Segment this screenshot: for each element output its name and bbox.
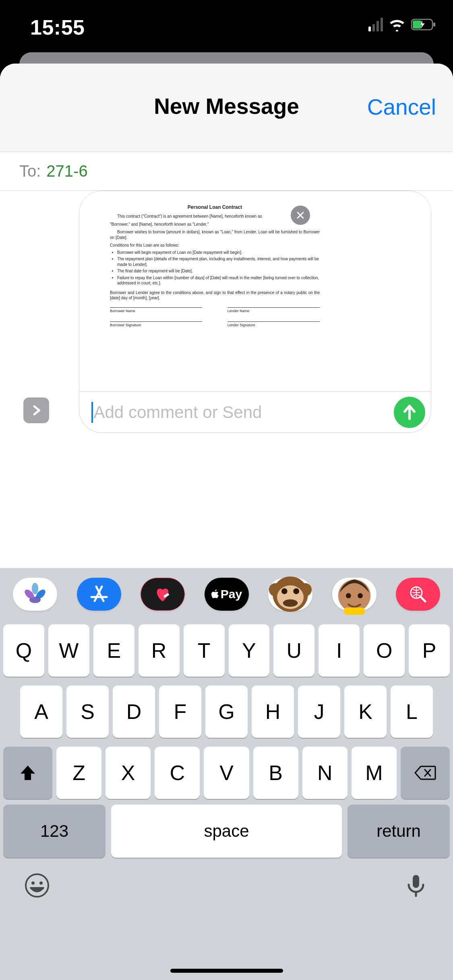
- key-l[interactable]: L: [391, 686, 433, 738]
- key-b[interactable]: B: [253, 747, 298, 799]
- doc-title: Personal Loan Contract: [110, 204, 320, 210]
- fitness-app-button[interactable]: [141, 578, 185, 611]
- microphone-icon: [403, 873, 429, 898]
- cellular-signal-icon: [368, 18, 383, 31]
- backspace-key[interactable]: [401, 747, 450, 799]
- heart-icon: [153, 585, 172, 604]
- doc-bullets: Borrower will begin repayment of Loan on…: [110, 250, 320, 286]
- svg-point-24: [26, 874, 48, 897]
- key-v[interactable]: V: [204, 747, 249, 799]
- chevron-right-icon: [30, 404, 42, 417]
- return-key[interactable]: return: [348, 805, 450, 858]
- emoji-button[interactable]: [24, 873, 50, 900]
- key-s[interactable]: S: [66, 686, 109, 738]
- to-value: 271-6: [46, 162, 87, 180]
- key-o[interactable]: O: [364, 624, 405, 677]
- app-store-icon: [88, 583, 110, 605]
- svg-point-25: [31, 881, 35, 885]
- svg-point-18: [283, 599, 298, 607]
- text-cursor: [91, 402, 93, 423]
- to-field[interactable]: To: 271-6: [0, 152, 453, 191]
- person-memoji-icon: [332, 572, 376, 616]
- key-i[interactable]: I: [319, 624, 360, 677]
- emoji-icon: [24, 873, 50, 898]
- app-strip: Pay: [0, 568, 453, 620]
- shift-icon: [19, 765, 37, 781]
- svg-rect-22: [344, 607, 364, 615]
- svg-rect-1: [433, 23, 435, 27]
- search-app-button[interactable]: [396, 578, 440, 611]
- keyboard-row-1: Q W E R T Y U I O P: [3, 624, 450, 677]
- arrow-up-icon: [402, 404, 417, 420]
- key-a[interactable]: A: [20, 686, 62, 738]
- key-h[interactable]: H: [252, 686, 294, 738]
- svg-point-17: [293, 588, 299, 594]
- apple-logo-icon: [211, 589, 220, 599]
- status-bar: 15:55: [0, 0, 453, 54]
- key-u[interactable]: U: [273, 624, 314, 677]
- keyboard-footer: [0, 863, 453, 915]
- app-drawer-toggle[interactable]: [23, 397, 49, 423]
- svg-rect-27: [413, 875, 419, 888]
- to-label: To:: [19, 162, 41, 180]
- space-key[interactable]: space: [111, 805, 342, 858]
- compose-header: New Message Cancel: [0, 64, 453, 152]
- keyboard: Pay: [0, 568, 453, 980]
- dictation-button[interactable]: [403, 873, 429, 900]
- key-j[interactable]: J: [298, 686, 340, 738]
- svg-point-20: [345, 593, 351, 598]
- apple-pay-button[interactable]: Pay: [205, 578, 249, 611]
- key-w[interactable]: W: [48, 624, 89, 677]
- keyboard-row-2: A S D F G H J K L: [3, 686, 450, 738]
- apple-pay-label: Pay: [221, 587, 242, 601]
- key-d[interactable]: D: [113, 686, 155, 738]
- shift-key[interactable]: [3, 747, 52, 799]
- svg-point-26: [39, 881, 43, 885]
- remove-attachment-button[interactable]: [291, 206, 310, 225]
- key-m[interactable]: M: [352, 747, 397, 799]
- key-n[interactable]: N: [302, 747, 348, 799]
- key-x[interactable]: X: [105, 747, 151, 799]
- key-q[interactable]: Q: [3, 624, 44, 677]
- home-indicator[interactable]: [170, 969, 283, 973]
- status-icons: [368, 18, 437, 31]
- battery-charging-icon: [411, 19, 437, 31]
- monkey-memoji-icon: [268, 572, 312, 616]
- app-store-button[interactable]: [77, 578, 121, 611]
- compose-sheet: New Message Cancel To: 271-6 Personal Lo…: [0, 64, 453, 980]
- key-k[interactable]: K: [344, 686, 387, 738]
- numbers-key[interactable]: 123: [3, 805, 105, 858]
- message-input[interactable]: Add comment or Send: [79, 391, 431, 432]
- key-e[interactable]: E: [93, 624, 134, 677]
- key-g[interactable]: G: [205, 686, 248, 738]
- status-time: 15:55: [30, 15, 85, 39]
- backspace-icon: [414, 765, 436, 781]
- svg-point-16: [281, 588, 288, 594]
- animoji-app-button[interactable]: [332, 578, 376, 611]
- attachment-bubble: Personal Loan Contract This contract ("C…: [79, 191, 431, 433]
- wifi-icon: [388, 18, 406, 31]
- key-t[interactable]: T: [184, 624, 225, 677]
- key-r[interactable]: R: [139, 624, 180, 677]
- keyboard-row-3: Z X C V B N M: [3, 747, 450, 799]
- memoji-app-button[interactable]: [268, 578, 312, 611]
- attachment-preview[interactable]: Personal Loan Contract This contract ("C…: [79, 191, 431, 391]
- photos-app-button[interactable]: [13, 578, 57, 611]
- svg-point-7: [32, 583, 38, 594]
- svg-point-21: [358, 593, 363, 598]
- key-f[interactable]: F: [159, 686, 201, 738]
- send-button[interactable]: [394, 397, 425, 428]
- cancel-button[interactable]: Cancel: [367, 94, 436, 120]
- close-icon: [296, 211, 305, 220]
- key-p[interactable]: P: [409, 624, 450, 677]
- key-z[interactable]: Z: [56, 747, 101, 799]
- key-c[interactable]: C: [155, 747, 200, 799]
- keyboard-row-bottom: 123 space return: [0, 805, 453, 863]
- photos-icon: [24, 583, 46, 605]
- key-y[interactable]: Y: [229, 624, 270, 677]
- globe-search-icon: [408, 585, 428, 604]
- message-placeholder: Add comment or Send: [94, 403, 262, 422]
- document-thumbnail: Personal Loan Contract This contract ("C…: [110, 202, 320, 382]
